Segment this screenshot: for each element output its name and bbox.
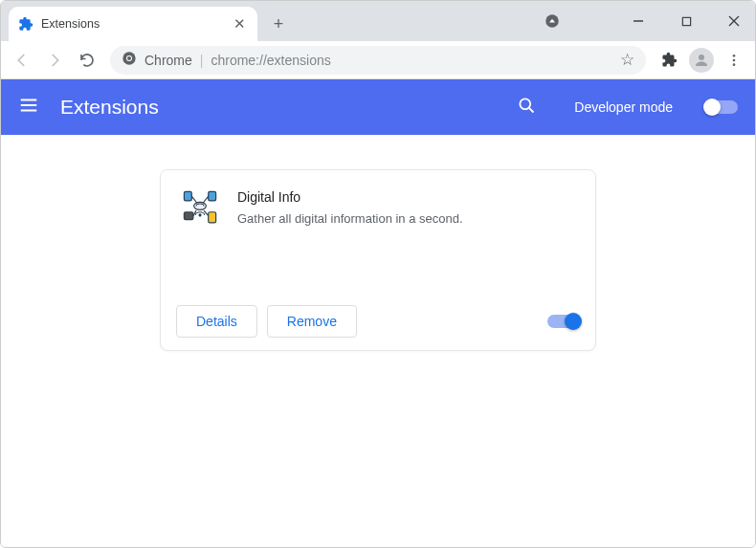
address-bar[interactable]: Chrome | chrome://extensions ☆: [110, 46, 646, 75]
extension-card: Digital Info Gather all digital informat…: [160, 169, 596, 351]
hamburger-menu-icon[interactable]: [18, 95, 39, 120]
bookmark-star-icon[interactable]: ☆: [620, 50, 634, 70]
forward-button[interactable]: [39, 45, 70, 76]
search-icon[interactable]: [517, 96, 536, 119]
svg-line-24: [203, 196, 209, 203]
browser-tab[interactable]: Extensions ✕: [9, 7, 257, 41]
extension-name: Digital Info: [237, 189, 574, 205]
svg-point-8: [699, 55, 704, 60]
reload-button[interactable]: [72, 45, 102, 76]
new-tab-button[interactable]: +: [265, 11, 292, 37]
remove-button[interactable]: Remove: [267, 305, 357, 338]
back-button[interactable]: [7, 45, 37, 76]
tab-title: Extensions: [41, 17, 223, 31]
close-window-button[interactable]: [721, 8, 747, 34]
omnibox-url: chrome://extensions: [211, 53, 330, 68]
svg-point-15: [521, 99, 531, 109]
chrome-logo-icon: [122, 51, 137, 69]
maximize-button[interactable]: [673, 8, 700, 34]
details-button[interactable]: Details: [176, 305, 257, 338]
svg-rect-19: [184, 212, 193, 220]
extension-enabled-toggle[interactable]: [547, 315, 580, 328]
extension-description: Gather all digital information in a seco…: [237, 210, 574, 228]
developer-mode-label: Developer mode: [574, 99, 673, 115]
omnibox-divider: |: [200, 53, 204, 68]
svg-point-9: [733, 55, 736, 57]
svg-line-23: [191, 196, 197, 203]
minimize-button[interactable]: [625, 8, 652, 34]
svg-rect-17: [184, 191, 191, 201]
svg-point-11: [733, 63, 736, 66]
svg-point-10: [733, 58, 736, 61]
extensions-header: Extensions Developer mode: [1, 79, 755, 135]
extensions-icon[interactable]: [654, 45, 684, 76]
browser-titlebar: Extensions ✕ +: [1, 1, 755, 41]
incognito-icon[interactable]: [539, 8, 566, 34]
close-tab-icon[interactable]: ✕: [231, 15, 248, 33]
svg-rect-2: [682, 17, 690, 25]
omnibox-prefix: Chrome: [145, 53, 192, 68]
kebab-menu-icon[interactable]: [719, 45, 749, 76]
extension-app-icon: [182, 189, 218, 226]
page-title: Extensions: [60, 96, 496, 119]
browser-toolbar: Chrome | chrome://extensions ☆: [1, 41, 755, 79]
svg-point-7: [127, 56, 131, 60]
puzzle-piece-icon: [18, 16, 33, 32]
svg-rect-20: [209, 212, 216, 223]
profile-avatar[interactable]: [686, 45, 717, 76]
svg-line-16: [529, 108, 534, 113]
window-controls: [539, 1, 747, 41]
svg-point-22: [198, 213, 201, 216]
svg-rect-18: [209, 191, 216, 201]
developer-mode-toggle[interactable]: [705, 100, 738, 114]
extensions-content: Digital Info Gather all digital informat…: [1, 135, 755, 548]
